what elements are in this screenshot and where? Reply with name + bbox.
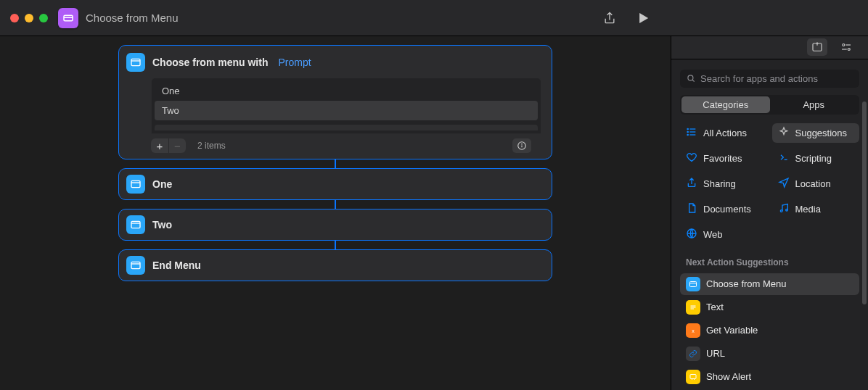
menu-action-icon (126, 53, 145, 72)
branch-one[interactable]: One (118, 168, 552, 200)
sparkle-icon (778, 126, 790, 140)
add-item-button[interactable]: + (151, 138, 168, 153)
branch-label: Two (152, 219, 172, 231)
branch-label: One (152, 178, 172, 190)
suggestions-header: Next Action Suggestions (671, 253, 868, 272)
menu-item-placeholder (155, 125, 538, 130)
suggestion-icon (686, 370, 700, 384)
category-label: Web (703, 229, 723, 240)
share-icon (686, 177, 697, 191)
action-library-sidebar: Categories Apps All ActionsSuggestionsFa… (671, 36, 868, 390)
svg-point-20 (688, 75, 693, 80)
action-choose-from-menu[interactable]: Choose from menu with Prompt One Two + −… (118, 45, 552, 159)
category-scripting[interactable]: Scripting (772, 149, 860, 168)
branch-two[interactable]: Two (118, 209, 552, 241)
category-suggestions[interactable]: Suggestions (772, 123, 860, 143)
workflow-title: Choose from Menu (86, 12, 179, 24)
terminal-icon (778, 152, 790, 165)
globe-icon (686, 228, 697, 241)
remove-item-button[interactable]: − (168, 138, 186, 153)
library-toggle-button[interactable] (807, 38, 827, 56)
share-button[interactable] (602, 11, 617, 25)
search-icon (686, 73, 696, 83)
titlebar-actions (602, 0, 650, 36)
suggestion-choose-from-menu[interactable]: Choose from Menu (680, 273, 859, 295)
suggestion-text[interactable]: Text (680, 296, 859, 318)
category-grid: All ActionsSuggestionsFavoritesScripting… (671, 123, 868, 244)
svg-point-27 (687, 134, 688, 135)
suggestion-label: Get Variable (706, 325, 758, 336)
category-media[interactable]: Media (772, 199, 860, 219)
category-web[interactable]: Web (680, 225, 768, 244)
svg-point-16 (843, 44, 845, 46)
settings-button[interactable] (838, 39, 855, 55)
workflow-canvas[interactable]: Choose from menu with Prompt One Two + −… (0, 36, 671, 390)
library-segmented-control[interactable]: Categories Apps (680, 95, 859, 115)
category-label: Media (795, 204, 821, 215)
zoom-window-button[interactable] (39, 14, 48, 22)
category-documents[interactable]: Documents (680, 199, 768, 219)
minimize-window-button[interactable] (25, 14, 33, 22)
category-location[interactable]: Location (772, 174, 860, 194)
suggestion-icon (686, 300, 700, 315)
category-sharing[interactable]: Sharing (680, 174, 768, 194)
suggestion-show-alert[interactable]: Show Alert (680, 366, 859, 388)
search-field[interactable] (680, 70, 859, 88)
connector (335, 159, 336, 168)
add-remove-group: + − (151, 138, 186, 153)
suggestion-icon (686, 277, 700, 291)
suggestion-icon (686, 347, 700, 361)
menu-item[interactable]: Two (155, 101, 538, 120)
branch-label: End Menu (152, 260, 201, 271)
suggestion-label: Text (706, 302, 724, 312)
menu-item[interactable]: One (155, 81, 538, 101)
svg-line-21 (692, 80, 695, 83)
prompt-token[interactable]: Prompt (278, 57, 311, 68)
svg-rect-9 (131, 221, 140, 228)
connector (335, 241, 336, 249)
svg-text:x: x (692, 328, 695, 333)
sidebar-scrollbar[interactable] (862, 87, 867, 384)
suggestion-url[interactable]: URL (680, 343, 859, 365)
svg-point-25 (687, 128, 688, 129)
svg-point-6 (522, 144, 523, 144)
category-all-actions[interactable]: All Actions (680, 123, 768, 143)
menu-items-list[interactable]: One Two (151, 78, 541, 134)
workflow-app-icon (58, 8, 78, 28)
list-icon (686, 126, 697, 140)
svg-point-18 (848, 49, 850, 51)
search-input[interactable] (700, 73, 853, 84)
branch-end-menu[interactable]: End Menu (118, 249, 552, 281)
suggestions-list: Choose from MenuTextxGet VariableURLShow… (671, 272, 868, 390)
svg-point-29 (780, 210, 782, 212)
category-label: Scripting (795, 153, 832, 164)
menu-branch-icon (126, 256, 145, 275)
category-label: Location (795, 178, 831, 189)
music-icon (778, 202, 790, 216)
run-button[interactable] (636, 11, 650, 25)
suggestion-label: URL (706, 348, 725, 359)
doc-icon (686, 202, 697, 216)
category-label: Documents (703, 204, 751, 215)
category-favorites[interactable]: Favorites (680, 149, 768, 168)
segment-apps[interactable]: Apps (770, 96, 859, 113)
window-traffic-lights (10, 14, 48, 22)
svg-point-30 (785, 209, 787, 211)
svg-rect-11 (131, 262, 140, 268)
titlebar: Choose from Menu (0, 0, 868, 36)
action-title: Choose from menu with (152, 57, 268, 68)
scrollbar-thumb[interactable] (862, 101, 867, 304)
suggestion-icon: x (686, 323, 700, 338)
menu-branch-icon (126, 175, 145, 194)
svg-rect-38 (690, 374, 696, 378)
segment-categories[interactable]: Categories (681, 96, 770, 113)
suggestion-get-variable[interactable]: xGet Variable (680, 320, 859, 341)
category-label: All Actions (703, 128, 747, 138)
location-icon (778, 177, 790, 191)
action-info-button[interactable] (512, 138, 531, 153)
svg-rect-7 (131, 181, 140, 187)
svg-rect-2 (131, 59, 140, 65)
close-window-button[interactable] (10, 14, 19, 22)
heart-icon (686, 152, 697, 165)
sidebar-toolbar (671, 36, 868, 59)
